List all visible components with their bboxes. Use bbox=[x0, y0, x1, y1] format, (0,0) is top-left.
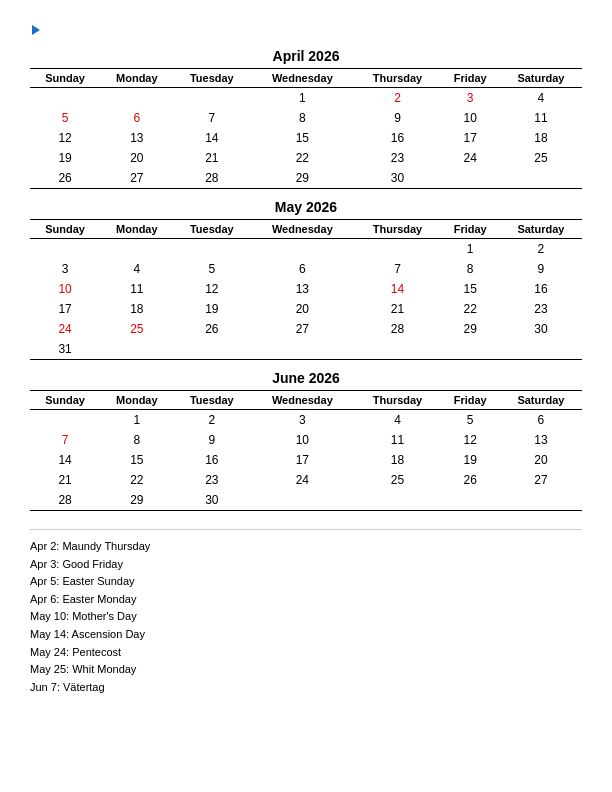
calendar-day: 28 bbox=[173, 168, 250, 189]
calendar-day: 6 bbox=[500, 410, 582, 431]
calendar-day: 23 bbox=[355, 148, 441, 168]
calendar-day: 18 bbox=[500, 128, 582, 148]
calendar-day bbox=[173, 88, 250, 109]
holiday-item: Apr 6: Easter Monday bbox=[30, 591, 582, 609]
day-header: Thursday bbox=[355, 69, 441, 88]
calendar-day bbox=[173, 239, 250, 260]
calendar-section: April 2026SundayMondayTuesdayWednesdayTh… bbox=[30, 48, 582, 189]
calendar-day: 2 bbox=[355, 88, 441, 109]
calendar-day: 21 bbox=[173, 148, 250, 168]
calendar-day: 26 bbox=[173, 319, 250, 339]
calendar-row: 14151617181920 bbox=[30, 450, 582, 470]
calendar-day: 10 bbox=[440, 108, 499, 128]
calendar-day: 31 bbox=[30, 339, 100, 360]
day-header: Thursday bbox=[355, 220, 441, 239]
day-header: Friday bbox=[440, 220, 499, 239]
calendar-day: 12 bbox=[440, 430, 499, 450]
calendar-day: 12 bbox=[30, 128, 100, 148]
calendar-day bbox=[355, 490, 441, 511]
holiday-item: Apr 5: Easter Sunday bbox=[30, 573, 582, 591]
calendar-row: 2627282930 bbox=[30, 168, 582, 189]
calendar-day: 19 bbox=[173, 299, 250, 319]
calendar-table: SundayMondayTuesdayWednesdayThursdayFrid… bbox=[30, 68, 582, 189]
calendar-day: 9 bbox=[500, 259, 582, 279]
calendar-day bbox=[100, 88, 173, 109]
day-header: Thursday bbox=[355, 391, 441, 410]
calendars-container: April 2026SundayMondayTuesdayWednesdayTh… bbox=[30, 48, 582, 521]
calendar-day: 6 bbox=[250, 259, 354, 279]
calendar-day: 5 bbox=[173, 259, 250, 279]
day-header: Tuesday bbox=[173, 391, 250, 410]
calendar-day: 27 bbox=[500, 470, 582, 490]
calendar-day: 8 bbox=[440, 259, 499, 279]
calendar-day: 22 bbox=[100, 470, 173, 490]
calendar-day: 2 bbox=[173, 410, 250, 431]
calendar-day: 9 bbox=[173, 430, 250, 450]
calendar-day bbox=[30, 410, 100, 431]
calendar-day bbox=[440, 168, 499, 189]
calendar-day: 1 bbox=[440, 239, 499, 260]
calendar-day: 12 bbox=[173, 279, 250, 299]
calendar-row: 21222324252627 bbox=[30, 470, 582, 490]
calendar-day: 28 bbox=[30, 490, 100, 511]
calendar-day: 9 bbox=[355, 108, 441, 128]
calendar-day: 4 bbox=[500, 88, 582, 109]
calendar-day: 29 bbox=[440, 319, 499, 339]
day-header: Sunday bbox=[30, 391, 100, 410]
header bbox=[30, 20, 582, 36]
calendar-day: 11 bbox=[500, 108, 582, 128]
calendar-day: 21 bbox=[30, 470, 100, 490]
calendar-day: 23 bbox=[500, 299, 582, 319]
calendar-day: 24 bbox=[440, 148, 499, 168]
day-header: Tuesday bbox=[173, 220, 250, 239]
day-header: Monday bbox=[100, 69, 173, 88]
day-header: Monday bbox=[100, 391, 173, 410]
calendar-day: 25 bbox=[355, 470, 441, 490]
calendar-day: 28 bbox=[355, 319, 441, 339]
calendar-section: May 2026SundayMondayTuesdayWednesdayThur… bbox=[30, 199, 582, 360]
calendar-day: 17 bbox=[440, 128, 499, 148]
calendar-day: 15 bbox=[440, 279, 499, 299]
calendar-row: 78910111213 bbox=[30, 430, 582, 450]
day-header: Saturday bbox=[500, 69, 582, 88]
holiday-item: Apr 2: Maundy Thursday bbox=[30, 538, 582, 556]
calendar-day: 19 bbox=[440, 450, 499, 470]
calendar-day: 11 bbox=[100, 279, 173, 299]
calendar-title: May 2026 bbox=[30, 199, 582, 215]
calendar-day: 26 bbox=[440, 470, 499, 490]
calendar-table: SundayMondayTuesdayWednesdayThursdayFrid… bbox=[30, 390, 582, 511]
calendar-day: 30 bbox=[173, 490, 250, 511]
calendar-day: 5 bbox=[30, 108, 100, 128]
calendar-row: 123456 bbox=[30, 410, 582, 431]
calendar-day: 24 bbox=[250, 470, 354, 490]
calendar-row: 282930 bbox=[30, 490, 582, 511]
calendar-day: 8 bbox=[250, 108, 354, 128]
holiday-item: May 10: Mother's Day bbox=[30, 608, 582, 626]
calendar-day: 23 bbox=[173, 470, 250, 490]
calendar-day: 17 bbox=[250, 450, 354, 470]
calendar-day: 7 bbox=[173, 108, 250, 128]
day-header: Friday bbox=[440, 69, 499, 88]
calendar-day: 25 bbox=[500, 148, 582, 168]
calendar-day: 20 bbox=[100, 148, 173, 168]
calendar-day: 11 bbox=[355, 430, 441, 450]
calendar-row: 3456789 bbox=[30, 259, 582, 279]
calendar-day: 27 bbox=[250, 319, 354, 339]
calendar-day: 13 bbox=[100, 128, 173, 148]
calendar-day: 16 bbox=[500, 279, 582, 299]
calendar-day: 3 bbox=[30, 259, 100, 279]
calendar-day bbox=[250, 490, 354, 511]
calendar-row: 10111213141516 bbox=[30, 279, 582, 299]
calendar-day bbox=[500, 339, 582, 360]
calendar-day bbox=[355, 239, 441, 260]
calendar-day: 1 bbox=[100, 410, 173, 431]
calendar-day: 21 bbox=[355, 299, 441, 319]
logo-triangle-icon bbox=[32, 25, 40, 35]
calendar-day: 17 bbox=[30, 299, 100, 319]
calendar-day: 29 bbox=[100, 490, 173, 511]
calendar-day: 24 bbox=[30, 319, 100, 339]
calendar-day: 10 bbox=[250, 430, 354, 450]
day-header: Wednesday bbox=[250, 69, 354, 88]
calendar-day: 20 bbox=[250, 299, 354, 319]
calendar-day: 15 bbox=[250, 128, 354, 148]
